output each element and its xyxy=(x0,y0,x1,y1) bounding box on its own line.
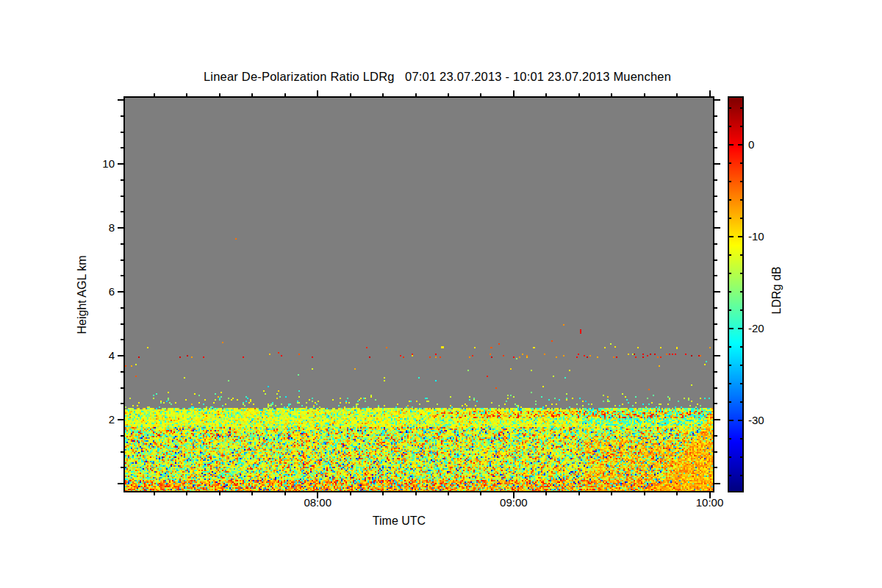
y-axis-tick-right xyxy=(714,387,717,389)
y-axis-tick-right xyxy=(714,339,717,340)
heatmap-canvas xyxy=(125,98,713,491)
colorbar-tick xyxy=(738,328,742,329)
x-axis-tick-top xyxy=(611,93,612,96)
y-axis-tick xyxy=(121,467,123,468)
colorbar-tick xyxy=(740,456,742,458)
y-axis-tick-right xyxy=(714,419,720,420)
x-axis-tick xyxy=(545,492,547,495)
colorbar-tick xyxy=(740,291,742,293)
colorbar-tick xyxy=(740,438,742,440)
colorbar-canvas xyxy=(729,98,742,491)
x-axis-tick-top xyxy=(644,93,645,96)
colorbar-tick xyxy=(740,254,742,256)
y-axis-tick xyxy=(121,259,123,261)
y-axis-tick-right xyxy=(714,179,717,181)
x-axis-tick-top xyxy=(350,93,351,96)
y-axis-tick-right xyxy=(714,196,717,197)
x-axis-tick xyxy=(644,492,645,495)
y-axis-tick xyxy=(121,387,123,389)
colorbar-tick-label: -10 xyxy=(748,230,782,243)
colorbar-tick xyxy=(738,420,742,421)
colorbar-tick xyxy=(740,401,742,403)
x-axis-tick-top xyxy=(382,93,384,96)
y-axis-tick-right xyxy=(714,211,717,212)
x-axis-tick xyxy=(480,492,481,495)
y-tick-label: 10 xyxy=(75,157,115,171)
colorbar-tick xyxy=(729,144,734,146)
y-axis-tick-right xyxy=(714,323,717,325)
x-axis-tick-top xyxy=(545,93,547,96)
y-axis-tick-right xyxy=(714,467,717,468)
x-tick-label: 10:00 xyxy=(684,496,736,509)
colorbar-tick xyxy=(738,144,742,146)
y-axis-tick xyxy=(121,211,123,212)
y-tick-label: 2 xyxy=(75,413,115,426)
x-axis-tick xyxy=(219,492,220,495)
x-axis-tick xyxy=(284,492,286,495)
colorbar-tick xyxy=(740,107,742,109)
colorbar-tick xyxy=(729,438,731,440)
colorbar-tick xyxy=(729,475,731,476)
y-axis-tick-right xyxy=(714,115,717,117)
y-axis-tick-right xyxy=(714,243,717,245)
y-axis-tick-right xyxy=(714,307,717,309)
y-axis-tick xyxy=(118,163,123,165)
colorbar-tick xyxy=(729,254,731,256)
y-axis-tick-right xyxy=(714,451,717,453)
y-axis-tick xyxy=(121,435,123,437)
x-axis-tick-top xyxy=(251,93,253,96)
x-axis-tick-top xyxy=(448,93,449,96)
y-axis-tick-right xyxy=(714,403,717,404)
x-axis-tick-top xyxy=(154,93,155,96)
colorbar-tick xyxy=(729,199,731,201)
y-tick-label: 6 xyxy=(75,285,115,298)
colorbar-tick xyxy=(729,107,731,109)
y-axis-tick-right xyxy=(714,483,720,484)
y-axis-tick-right xyxy=(714,163,720,165)
y-axis-tick xyxy=(121,339,123,340)
x-axis-tick-top xyxy=(317,90,318,96)
colorbar-tick xyxy=(729,328,734,329)
colorbar-tick xyxy=(729,383,731,384)
x-axis-tick-top xyxy=(284,93,286,96)
colorbar-tick xyxy=(729,162,731,164)
y-axis-tick xyxy=(121,243,123,245)
y-axis-tick xyxy=(118,227,123,229)
x-axis-tick xyxy=(350,492,351,495)
x-tick-label: 08:00 xyxy=(292,496,343,509)
colorbar-tick xyxy=(740,365,742,366)
colorbar-tick xyxy=(729,365,731,366)
y-axis-tick xyxy=(121,132,123,133)
y-axis-tick-right xyxy=(714,99,720,101)
colorbar-tick xyxy=(740,475,742,476)
colorbar-tick-label: 0 xyxy=(748,138,782,151)
y-axis-tick xyxy=(121,115,123,117)
x-axis-tick xyxy=(611,492,612,495)
colorbar-tick xyxy=(729,218,731,219)
colorbar-tick xyxy=(740,162,742,164)
colorbar-tick xyxy=(740,218,742,219)
colorbar-tick xyxy=(738,236,742,237)
colorbar-tick xyxy=(729,273,731,274)
x-axis-tick-top xyxy=(709,90,711,96)
y-axis-tick xyxy=(121,147,123,148)
y-axis-tick xyxy=(118,99,123,101)
page: { "chart_data": { "type": "heatmap", "ti… xyxy=(0,0,882,588)
y-axis-tick-right xyxy=(714,371,717,373)
y-axis-tick-right xyxy=(714,355,720,356)
colorbar-tick xyxy=(729,291,731,293)
x-axis-tick xyxy=(578,492,580,495)
colorbar-tick xyxy=(740,383,742,384)
colorbar-tick xyxy=(740,273,742,274)
colorbar-tick-label: -30 xyxy=(748,414,782,427)
y-axis-tick xyxy=(121,371,123,373)
y-axis-tick xyxy=(121,196,123,197)
y-axis-tick xyxy=(118,419,123,420)
x-axis-tick xyxy=(251,492,253,495)
y-tick-label: 8 xyxy=(75,221,115,234)
colorbar-tick xyxy=(729,420,734,421)
colorbar-tick xyxy=(740,126,742,127)
y-axis-tick-right xyxy=(714,132,717,133)
y-axis-tick xyxy=(121,275,123,276)
colorbar-tick xyxy=(740,181,742,182)
